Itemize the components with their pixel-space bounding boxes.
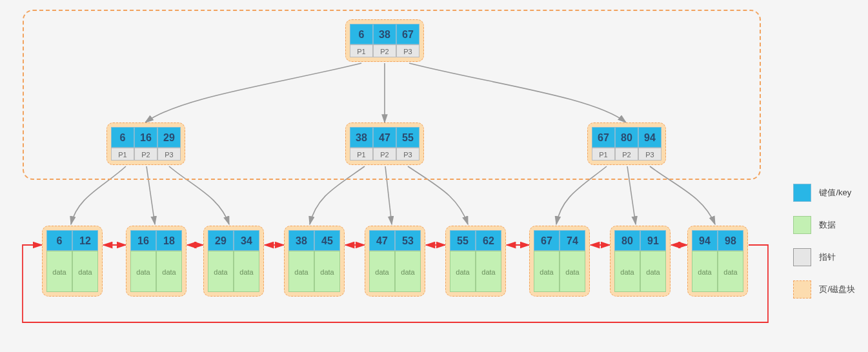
leaf-key: 34: [234, 230, 259, 251]
legend-item: 页/磁盘块: [793, 280, 855, 298]
node-ptr: P3: [638, 148, 661, 161]
leaf-data: data: [640, 251, 666, 292]
leaf-data: data: [288, 251, 314, 292]
leaf-key: 98: [718, 230, 743, 251]
node-ptr: P2: [373, 148, 396, 161]
leaf-node: 6data 12data: [42, 226, 103, 297]
node-ptr: P2: [373, 44, 396, 57]
leaf-key: 91: [640, 230, 666, 251]
internal-node: 67 80 94 P1 P2 P3: [587, 122, 666, 165]
leaf-key: 12: [72, 230, 98, 251]
node-key: 67: [396, 24, 419, 44]
leaf-key: 74: [560, 230, 585, 251]
leaf-data: data: [46, 251, 72, 292]
leaf-key: 47: [369, 230, 395, 251]
node-key: 55: [396, 127, 419, 148]
node-key: 29: [157, 127, 181, 148]
leaf-key: 38: [288, 230, 314, 251]
leaf-key: 53: [395, 230, 421, 251]
leaf-data: data: [450, 251, 476, 292]
leaf-data: data: [234, 251, 259, 292]
node-ptr: P2: [615, 148, 638, 161]
legend-label: 键值/key: [819, 187, 851, 199]
leaf-data: data: [314, 251, 340, 292]
node-key: 94: [638, 127, 661, 148]
node-ptr: P3: [396, 44, 419, 57]
swatch-page: [793, 280, 811, 298]
leaf-key: 80: [614, 230, 640, 251]
leaf-data: data: [614, 251, 640, 292]
leaf-node: 94data 98data: [687, 226, 748, 297]
leaf-key: 16: [130, 230, 156, 251]
leaf-node: 38data 45data: [284, 226, 345, 297]
legend-item: 键值/key: [793, 184, 855, 202]
leaf-data: data: [395, 251, 421, 292]
node-key: 16: [134, 127, 157, 148]
node-ptr: P3: [396, 148, 419, 161]
leaf-data: data: [718, 251, 743, 292]
leaf-data: data: [130, 251, 156, 292]
legend-label: 页/磁盘块: [819, 284, 855, 295]
legend: 键值/key 数据 指针 页/磁盘块: [793, 184, 855, 313]
node-ptr: P1: [592, 148, 615, 161]
legend-label: 数据: [819, 219, 836, 231]
leaf-data: data: [560, 251, 585, 292]
node-key: 80: [615, 127, 638, 148]
legend-item: 数据: [793, 216, 855, 234]
leaf-data: data: [369, 251, 395, 292]
leaf-key: 29: [208, 230, 234, 251]
node-ptr: P2: [134, 148, 157, 161]
node-ptr: P3: [157, 148, 181, 161]
leaf-key: 45: [314, 230, 340, 251]
node-key: 6: [111, 127, 134, 148]
leaf-key: 94: [692, 230, 718, 251]
node-key: 67: [592, 127, 615, 148]
node-key: 38: [373, 24, 396, 44]
internal-node: 38 47 55 P1 P2 P3: [345, 122, 424, 165]
leaf-node: 29data 34data: [203, 226, 264, 297]
node-ptr: P1: [111, 148, 134, 161]
node-key: 47: [373, 127, 396, 148]
leaf-data: data: [208, 251, 234, 292]
swatch-key: [793, 184, 811, 202]
leaf-key: 67: [534, 230, 560, 251]
legend-label: 指针: [819, 251, 836, 263]
node-key: 38: [350, 127, 373, 148]
leaf-node: 55data 62data: [445, 226, 506, 297]
leaf-node: 16data 18data: [126, 226, 187, 297]
leaf-key: 55: [450, 230, 476, 251]
root-node: 6 38 67 P1 P2 P3: [345, 19, 424, 62]
leaf-node: 47data 53data: [365, 226, 425, 297]
leaf-data: data: [72, 251, 98, 292]
leaf-key: 62: [476, 230, 501, 251]
legend-item: 指针: [793, 248, 855, 266]
leaf-data: data: [534, 251, 560, 292]
leaf-node: 80data 91data: [610, 226, 671, 297]
leaf-data: data: [692, 251, 718, 292]
node-key: 6: [350, 24, 373, 44]
swatch-ptr: [793, 248, 811, 266]
diagram-canvas: 6 38 67 P1 P2 P3 6 16 29 P1 P2 P3 38 47 …: [0, 0, 868, 352]
leaf-key: 6: [46, 230, 72, 251]
node-ptr: P1: [350, 44, 373, 57]
leaf-data: data: [476, 251, 501, 292]
leaf-key: 18: [156, 230, 182, 251]
leaf-data: data: [156, 251, 182, 292]
node-ptr: P1: [350, 148, 373, 161]
internal-node: 6 16 29 P1 P2 P3: [106, 122, 185, 165]
swatch-data: [793, 216, 811, 234]
leaf-node: 67data 74data: [529, 226, 590, 297]
